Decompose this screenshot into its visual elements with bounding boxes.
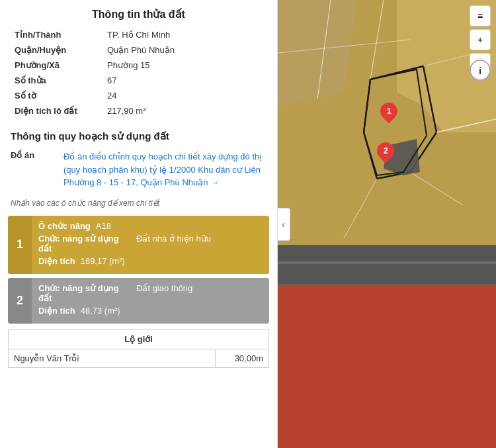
- field-label: Tỉnh/Thành: [11, 27, 103, 42]
- field-value: TP. Hồ Chí Minh: [103, 27, 267, 42]
- hint-text: Nhấn vào các ô chức năng để xem chi tiết: [0, 196, 277, 213]
- pin-2-label: 2: [384, 146, 388, 156]
- map-zoom-in-button[interactable]: +: [470, 29, 491, 50]
- field-value: 67: [103, 73, 267, 88]
- field-value: Quận Phú Nhuận: [103, 42, 267, 58]
- zone-row-dien-tich-1: Diện tích 169,17 (m²): [38, 256, 263, 266]
- zone-value-chuc-nang-2: Đất giao thông: [131, 283, 263, 303]
- field-label: Số thửa: [11, 73, 103, 88]
- do-an-link[interactable]: Đồ án điều chỉnh quy hoạch chi tiết xây …: [63, 152, 262, 187]
- right-map: ‹ ≡ + − i 1 2: [278, 0, 496, 448]
- panel-title: Thông tin thửa đất: [0, 0, 277, 27]
- field-value: Phường 15: [103, 58, 267, 73]
- lo-gioi-header: Lộ giới: [8, 329, 269, 349]
- zone-row-chuc-nang-su-dung-dat-1: Chức năng sử dụng đất Đất nhà ở hiện hữu: [38, 234, 263, 253]
- pin-1-label: 1: [387, 107, 392, 116]
- info-table-row: Tỉnh/ThànhTP. Hồ Chí Minh: [11, 27, 267, 42]
- zone-number-1: 1: [8, 216, 32, 274]
- zone-value-dien-tich-2: 48,73 (m²): [75, 306, 263, 316]
- collapse-button[interactable]: ‹: [278, 208, 290, 241]
- zone-label-o-chuc-nang: Ô chức năng: [38, 221, 91, 231]
- zone-value-o-chuc-nang: A18: [91, 221, 263, 231]
- do-an-row: Đồ án Đồ án điều chỉnh quy hoạch chi tiế…: [0, 148, 277, 196]
- zone-label-chuc-nang-2: Chức năng sử dụng đất: [38, 283, 131, 303]
- info-table-row: Số tờ24: [11, 88, 267, 103]
- info-table: Tỉnh/ThànhTP. Hồ Chí MinhQuận/HuyệnQuận …: [0, 27, 277, 125]
- field-label: Phường/Xã: [11, 58, 103, 73]
- svg-rect-3: [278, 285, 496, 448]
- layer-icon: ≡: [477, 11, 483, 21]
- info-table-row: Diện tích lô đất217,90 m²: [11, 103, 267, 118]
- zone-number-2: 2: [8, 278, 32, 324]
- info-table-row: Số thửa67: [11, 73, 267, 88]
- lo-gioi-value: 30,00m: [216, 349, 269, 367]
- zone-label-chuc-nang-1: Chức năng sử dụng đất: [38, 234, 131, 253]
- zone-content-1: Ô chức năng A18 Chức năng sử dụng đất Đấ…: [32, 216, 269, 274]
- zone-value-dien-tich-1: 169,17 (m²): [75, 256, 263, 266]
- map-layer-button[interactable]: ≡: [470, 5, 491, 26]
- info-table-row: Phường/XãPhường 15: [11, 58, 267, 73]
- info-icon: i: [479, 65, 481, 76]
- field-label: Quận/Huyện: [11, 42, 103, 58]
- field-label: Số tờ: [11, 88, 103, 103]
- field-label: Diện tích lô đất: [11, 103, 103, 118]
- zone-row-chuc-nang-su-dung-dat-2: Chức năng sử dụng đất Đất giao thông: [38, 283, 263, 303]
- lo-gioi-street: Nguyễn Văn Trỗi: [9, 349, 216, 367]
- svg-rect-2: [278, 261, 496, 264]
- zone-label-dien-tich-1: Diện tích: [38, 256, 75, 266]
- map-svg: [278, 0, 496, 448]
- map-info-button[interactable]: i: [470, 60, 491, 81]
- zone-row-o-chuc-nang: Ô chức năng A18: [38, 221, 263, 231]
- field-value: 24: [103, 88, 267, 103]
- zone-label-dien-tich-2: Diện tích: [38, 306, 75, 316]
- zone-item-2[interactable]: 2 Chức năng sử dụng đất Đất giao thông D…: [8, 278, 269, 324]
- left-panel: Thông tin thửa đất Tỉnh/ThànhTP. Hồ Chí …: [0, 0, 278, 448]
- zone-item-1[interactable]: 1 Ô chức năng A18 Chức năng sử dụng đất …: [8, 216, 269, 274]
- svg-rect-1: [278, 245, 496, 285]
- quy-hoach-title: Thông tin quy hoạch sử dụng đất: [0, 125, 277, 148]
- zone-value-chuc-nang-1: Đất nhà ở hiện hữu: [131, 234, 263, 253]
- zone-row-dien-tich-2: Diện tích 48,73 (m²): [38, 306, 263, 316]
- zoom-in-icon: +: [477, 34, 483, 45]
- zone-content-2: Chức năng sử dụng đất Đất giao thông Diệ…: [32, 278, 269, 324]
- lo-gioi-row: Nguyễn Văn Trỗi 30,00m: [8, 349, 269, 368]
- do-an-value[interactable]: Đồ án điều chỉnh quy hoạch chi tiết xây …: [63, 150, 267, 189]
- info-table-row: Quận/HuyệnQuận Phú Nhuận: [11, 42, 267, 58]
- field-value: 217,90 m²: [103, 103, 267, 118]
- do-an-label: Đồ án: [11, 150, 63, 189]
